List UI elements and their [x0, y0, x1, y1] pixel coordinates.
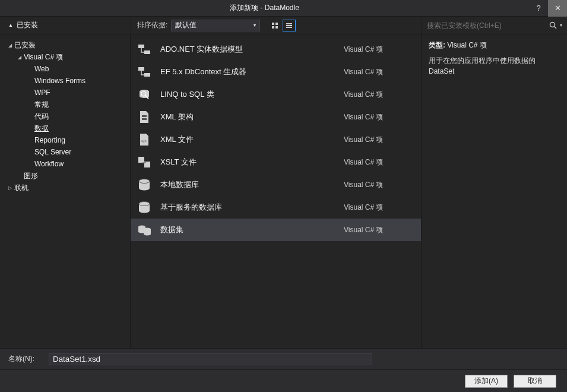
template-row[interactable]: 数据集Visual C# 项 — [131, 219, 421, 241]
template-row[interactable]: ADO.NET 实体数据模型Visual C# 项 — [131, 38, 421, 61]
tree-header-label: 已安装 — [17, 20, 38, 30]
search-input[interactable] — [427, 21, 547, 30]
template-lang: Visual C# 项 — [344, 203, 415, 213]
sort-dropdown[interactable]: 默认值 ▾ — [171, 20, 260, 31]
template-name: 本地数据库 — [160, 179, 344, 190]
template-name: EF 5.x DbContext 生成器 — [160, 67, 344, 77]
tree-item[interactable]: Windows Forms — [2, 75, 128, 87]
tree-item-label: 数据 — [34, 124, 49, 134]
template-row[interactable]: XML 架构Visual C# 项 — [131, 106, 421, 128]
add-button[interactable]: 添加(A) — [465, 375, 508, 388]
tree-arrow-icon: ▷ — [6, 185, 14, 191]
category-tree: ◢已安装◢Visual C# 项WebWindows FormsWPF常规代码数… — [0, 34, 131, 348]
collapse-icon[interactable]: ▲ — [8, 23, 13, 28]
tree-item[interactable]: 数据 — [2, 122, 128, 134]
template-lang: Visual C# 项 — [344, 135, 415, 145]
template-name: LINQ to SQL 类 — [160, 89, 344, 100]
tree-item[interactable]: ◢Visual C# 项 — [2, 51, 128, 63]
xslt-icon — [137, 154, 152, 170]
tree-item[interactable]: 图形 — [2, 170, 128, 182]
sort-value: 默认值 — [175, 20, 197, 30]
details-type-value: Visual C# 项 — [447, 41, 486, 49]
tree-item[interactable]: 常规 — [2, 99, 128, 110]
details-type-label: 类型: — [429, 41, 445, 49]
linq-icon — [137, 87, 152, 102]
template-name: XML 架构 — [160, 112, 344, 122]
template-name: ADO.NET 实体数据模型 — [160, 44, 344, 55]
svg-rect-0 — [272, 23, 274, 25]
tree-item-label: 已安装 — [14, 40, 36, 50]
svg-rect-18 — [138, 157, 144, 163]
window-title: 添加新项 - DataModle — [0, 3, 529, 13]
tree-item[interactable]: Workflow — [2, 158, 128, 170]
tree-item-label: 图形 — [24, 171, 38, 181]
tree-item-label: Web — [34, 65, 49, 73]
close-button[interactable]: ✕ — [548, 0, 567, 17]
search-icon[interactable] — [549, 21, 558, 30]
tree-item-label: Visual C# 项 — [24, 52, 63, 62]
tree-item[interactable]: ▷联机 — [2, 182, 128, 194]
search-area: ▾ — [422, 17, 567, 34]
toolbar: ▲ 已安装 排序依据: 默认值 ▾ ▾ — [0, 17, 567, 34]
template-row[interactable]: 基于服务的数据库Visual C# 项 — [131, 196, 421, 219]
template-row[interactable]: EF 5.x DbContext 生成器Visual C# 项 — [131, 61, 421, 83]
template-row[interactable]: LINQ to SQL 类Visual C# 项 — [131, 83, 421, 106]
tree-item[interactable]: ◢已安装 — [2, 39, 128, 51]
template-row[interactable]: 本地数据库Visual C# 项 — [131, 173, 421, 196]
footer-name-row: 名称(N): — [0, 348, 567, 369]
template-row[interactable]: </>XML 文件Visual C# 项 — [131, 128, 421, 151]
svg-line-8 — [555, 26, 557, 29]
xsd-icon — [137, 109, 152, 125]
tree-item-label: Reporting — [34, 136, 65, 144]
template-lang: Visual C# 项 — [344, 112, 415, 122]
svg-point-7 — [550, 22, 555, 27]
template-row[interactable]: XSLT 文件Visual C# 项 — [131, 151, 421, 173]
svg-rect-3 — [275, 26, 278, 29]
template-name: XSLT 文件 — [160, 157, 344, 167]
template-lang: Visual C# 项 — [344, 90, 415, 100]
db-icon — [137, 177, 152, 192]
svg-rect-1 — [275, 23, 278, 25]
svg-rect-4 — [286, 23, 292, 24]
template-name: 基于服务的数据库 — [160, 202, 344, 213]
entity-icon — [137, 64, 152, 80]
name-input[interactable] — [49, 353, 372, 365]
svg-text:</>: </> — [141, 139, 147, 143]
titlebar: 添加新项 - DataModle ? ✕ — [0, 0, 567, 17]
svg-rect-5 — [286, 25, 292, 26]
tree-item-label: 联机 — [14, 183, 28, 193]
footer-button-row: 添加(A) 取消 — [0, 369, 567, 392]
sort-area: 排序依据: 默认值 ▾ — [131, 17, 422, 34]
search-chevron-icon[interactable]: ▾ — [560, 23, 562, 28]
tree-item[interactable]: Reporting — [2, 134, 128, 146]
chevron-down-icon: ▾ — [254, 23, 256, 28]
svg-rect-6 — [286, 27, 292, 28]
help-button[interactable]: ? — [529, 0, 548, 17]
svg-rect-9 — [138, 45, 144, 48]
dataset-icon — [137, 222, 152, 238]
tree-item[interactable]: 代码 — [2, 110, 128, 122]
tree-item[interactable]: SQL Server — [2, 146, 128, 158]
name-label: 名称(N): — [8, 354, 34, 364]
tree-item[interactable]: Web — [2, 63, 128, 75]
xml-icon: </> — [137, 132, 152, 147]
dialog-body: ◢已安装◢Visual C# 项WebWindows FormsWPF常规代码数… — [0, 34, 567, 348]
template-name: XML 文件 — [160, 134, 344, 145]
db-icon — [137, 200, 152, 215]
tree-item-label: SQL Server — [34, 148, 71, 156]
svg-rect-11 — [138, 67, 144, 71]
template-name: 数据集 — [160, 225, 344, 235]
tree-item-label: Workflow — [34, 160, 64, 168]
entity-icon — [137, 42, 152, 57]
cancel-button[interactable]: 取消 — [514, 375, 556, 388]
tree-item-label: 代码 — [34, 112, 49, 122]
tree-arrow-icon: ◢ — [6, 43, 14, 48]
template-lang: Visual C# 项 — [344, 157, 415, 167]
view-list-button[interactable] — [283, 20, 296, 31]
template-lang: Visual C# 项 — [344, 225, 415, 235]
tree-item[interactable]: WPF — [2, 87, 128, 99]
svg-rect-15 — [142, 115, 147, 117]
tree-item-label: 常规 — [34, 100, 49, 110]
tree-item-label: WPF — [34, 88, 50, 97]
view-small-icons-button[interactable] — [268, 20, 281, 31]
